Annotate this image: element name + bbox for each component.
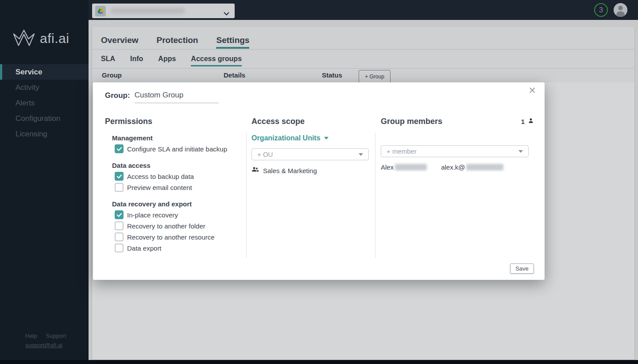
scope-type-label: Organizational Units — [251, 134, 321, 142]
permissions-heading: Permissions — [105, 117, 244, 126]
member-name: Alex — [381, 163, 394, 171]
section-title: Data access — [105, 162, 244, 170]
member-name-redacted — [395, 164, 427, 170]
member-list-item: Alex alex.k@ — [381, 163, 534, 171]
chevron-down-icon — [518, 150, 523, 153]
checkbox-row: In-place recovery — [105, 210, 244, 219]
add-member-placeholder: + member — [387, 147, 417, 155]
person-icon — [528, 117, 534, 125]
checkbox-label: Preview email content — [127, 184, 192, 191]
caret-down-icon — [324, 137, 329, 139]
scope-type-selector[interactable]: Organizational Units — [251, 134, 374, 142]
column-divider — [246, 133, 247, 258]
checkbox-row: Data export — [105, 244, 244, 252]
group-name-input[interactable]: Custom Group — [135, 91, 219, 103]
checkbox-label: In-place recovery — [127, 211, 178, 219]
permissions-section-data-access: Data access Access to backup data Previe… — [105, 162, 244, 192]
ou-name: Sales & Marketing — [263, 167, 317, 174]
column-divider — [375, 133, 375, 258]
chevron-down-icon — [359, 153, 363, 156]
permissions-section-management: Management Configure SLA and initiate ba… — [105, 134, 244, 153]
member-email: alex.k@ — [441, 163, 465, 171]
access-scope-heading: Access scope — [251, 117, 374, 126]
checkbox-access-backup-data[interactable] — [115, 172, 124, 181]
checkbox-row: Recovery to another resource — [105, 232, 244, 241]
group-members-heading: Group members — [381, 117, 442, 126]
checkbox-label: Access to backup data — [127, 173, 194, 180]
checkbox-row: Preview email content — [105, 183, 244, 192]
member-count-badge: 1 — [521, 117, 534, 125]
section-title: Management — [105, 134, 244, 142]
checkbox-configure-sla[interactable] — [115, 144, 124, 153]
checkbox-label: Recovery to another resource — [127, 233, 215, 241]
group-name-label: Group: — [105, 91, 130, 103]
add-member-select[interactable]: + member — [381, 145, 529, 157]
save-button[interactable]: Save — [510, 263, 534, 274]
checkbox-recovery-another-resource[interactable] — [115, 232, 124, 241]
section-title: Data recovery and export — [105, 200, 244, 208]
member-count-value: 1 — [521, 118, 525, 125]
add-ou-select[interactable]: + OU — [251, 148, 369, 160]
modal-header: Group: Custom Group — [105, 91, 219, 103]
checkbox-row: Recovery to another folder — [105, 221, 244, 230]
checkbox-label: Recovery to another folder — [127, 222, 205, 230]
checkbox-row: Configure SLA and initiate backup — [105, 144, 244, 153]
group-edit-dialog: × Group: Custom Group Permissions Manage… — [93, 82, 545, 280]
group-people-icon — [251, 167, 259, 174]
close-icon[interactable]: × — [529, 85, 536, 97]
group-members-column: Group members 1 + member Alex alex.k@ — [381, 117, 534, 171]
ou-list-item: Sales & Marketing — [251, 167, 374, 174]
checkbox-row: Access to backup data — [105, 172, 244, 181]
checkbox-recovery-another-folder[interactable] — [115, 221, 124, 230]
checkbox-in-place-recovery[interactable] — [115, 210, 124, 219]
add-ou-placeholder: + OU — [257, 151, 273, 158]
checkbox-preview-email[interactable] — [115, 183, 124, 192]
checkbox-data-export[interactable] — [115, 244, 124, 252]
permissions-column: Permissions Management Configure SLA and… — [105, 117, 244, 252]
checkbox-label: Configure SLA and initiate backup — [127, 145, 227, 153]
permissions-section-recovery-export: Data recovery and export In-place recove… — [105, 200, 244, 252]
checkbox-label: Data export — [127, 244, 162, 252]
access-scope-column: Access scope Organizational Units + OU S… — [251, 117, 374, 174]
member-email-redacted — [466, 164, 503, 170]
